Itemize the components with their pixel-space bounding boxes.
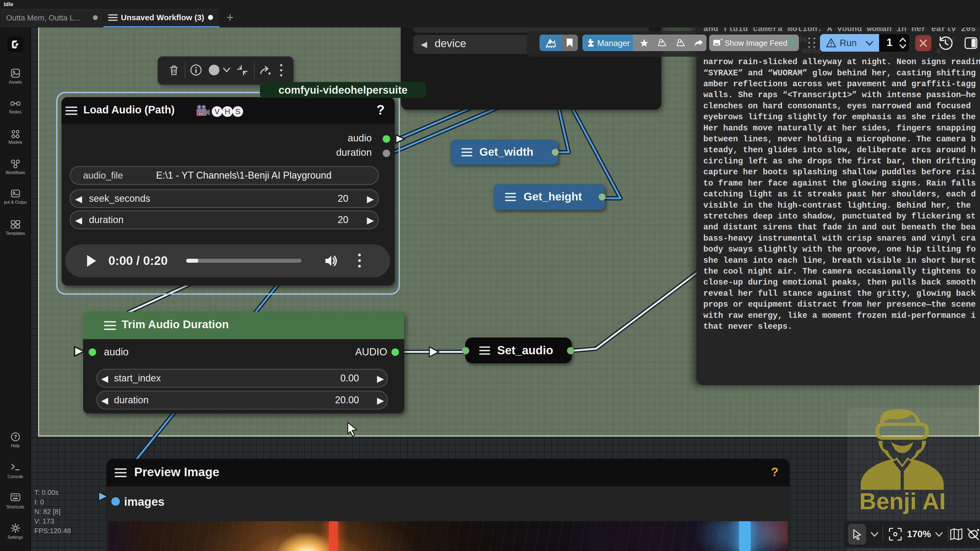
svg-text:V: V xyxy=(215,107,220,116)
svg-text:H: H xyxy=(225,107,231,116)
svg-text:S: S xyxy=(235,107,240,116)
svg-text:?: ? xyxy=(14,434,17,440)
